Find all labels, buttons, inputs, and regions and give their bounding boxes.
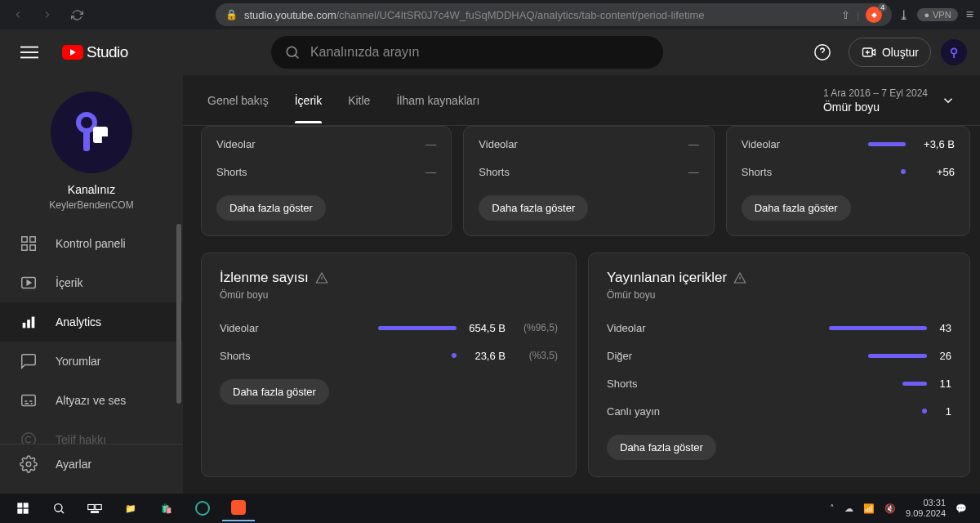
channel-block[interactable]: Kanalınız KeylerBendenCOM — [0, 75, 183, 224]
sidebar-label: İçerik — [56, 276, 82, 289]
sidebar-label: Altyazı ve ses — [56, 394, 126, 407]
back-button[interactable] — [7, 3, 29, 26]
date-range-text: 1 Ara 2016 – 7 Eyl 2024 — [823, 87, 928, 99]
account-avatar[interactable]: ⚲ — [941, 39, 967, 65]
taskbar-store[interactable]: 🛍️ — [150, 495, 183, 521]
sidebar-label: Telif hakkı — [56, 433, 106, 444]
analytics-tabs: Genel bakış İçerik Kitle İlham kaynaklar… — [207, 78, 479, 123]
sidebar-item-settings[interactable]: Ayarlar — [0, 445, 183, 484]
subtitles-icon — [20, 391, 38, 409]
published-card: Yayınlanan içerikler Ömür boyu Videolar4… — [588, 253, 970, 477]
metric-label: Shorts — [216, 166, 298, 178]
metric-label: Videolar — [220, 322, 301, 334]
gear-icon — [20, 455, 38, 473]
warning-icon — [733, 271, 746, 284]
svg-rect-12 — [27, 320, 30, 328]
tab-inspiration[interactable]: İlham kaynakları — [396, 78, 479, 123]
download-icon[interactable]: ⤓ — [898, 7, 909, 23]
search-input[interactable]: Kanalınızda arayın — [271, 36, 663, 69]
svg-rect-14 — [22, 396, 36, 406]
metric-value: 1 — [935, 405, 951, 418]
tray-wifi-icon[interactable]: 📶 — [863, 503, 875, 514]
sidebar-item-subtitles[interactable]: Altyazı ve ses — [0, 381, 183, 420]
svg-rect-18 — [24, 503, 29, 507]
sidebar-item-content[interactable]: İçerik — [0, 263, 183, 302]
svg-rect-23 — [96, 505, 102, 510]
start-button[interactable] — [7, 495, 39, 521]
search-icon — [284, 44, 301, 60]
summary-card-3: Videolar+3,6 B Shorts+56 Daha fazla göst… — [726, 126, 970, 236]
sidebar-item-analytics[interactable]: Analytics — [0, 302, 183, 342]
date-range-picker[interactable]: 1 Ara 2016 – 7 Eyl 2024 Ömür boyu — [823, 87, 956, 114]
analytics-icon — [20, 313, 38, 331]
metric-label: Videolar — [607, 322, 688, 334]
svg-rect-17 — [17, 503, 22, 507]
taskbar-brave[interactable] — [222, 495, 255, 521]
task-view[interactable] — [78, 495, 111, 521]
studio-logo[interactable]: Studio — [62, 43, 128, 61]
svg-rect-2 — [20, 57, 38, 59]
svg-rect-24 — [91, 512, 99, 513]
browser-chrome: 🔒 studio.youtube.com/channel/UC4ItSR0J7c… — [0, 0, 980, 29]
metric-value: — — [298, 166, 436, 178]
metric-value: — — [298, 138, 436, 150]
metric-bar — [378, 326, 457, 330]
tab-audience[interactable]: Kitle — [348, 78, 370, 123]
date-label-text: Ömür boyu — [823, 101, 928, 114]
tab-content[interactable]: İçerik — [295, 78, 322, 123]
metric-bar — [902, 382, 927, 386]
metric-dot — [922, 409, 927, 413]
channel-avatar — [51, 92, 132, 173]
help-button[interactable] — [806, 36, 839, 69]
reload-button[interactable] — [65, 3, 88, 26]
dashboard-icon — [20, 235, 38, 253]
address-bar[interactable]: 🔒 studio.youtube.com/channel/UC4ItSR0J7c… — [216, 3, 892, 26]
taskbar-search[interactable] — [42, 495, 75, 521]
metric-dot — [452, 353, 457, 358]
system-clock[interactable]: 03:31 9.09.2024 — [906, 498, 946, 519]
tray-chevron-icon[interactable]: ˄ — [830, 503, 835, 514]
tray-onedrive-icon[interactable]: ☁ — [844, 503, 853, 514]
content-area: Genel bakış İçerik Kitle İlham kaynaklar… — [183, 75, 980, 523]
sidebar-item-dashboard[interactable]: Kontrol paneli — [0, 224, 183, 263]
metric-label: Shorts — [479, 166, 560, 178]
hamburger-menu[interactable] — [13, 36, 46, 69]
metric-value: 26 — [935, 350, 951, 362]
create-button[interactable]: Oluştur — [849, 38, 931, 67]
show-more-button[interactable]: Daha fazla göster — [742, 195, 851, 221]
show-more-button[interactable]: Daha fazla göster — [479, 195, 588, 221]
svg-rect-20 — [24, 509, 29, 514]
sidebar-item-comments[interactable]: Yorumlar — [0, 342, 183, 381]
card-title: İzlenme sayısı — [220, 270, 309, 286]
search-placeholder: Kanalınızda arayın — [310, 45, 419, 60]
sidebar-scrollbar[interactable] — [176, 224, 181, 404]
taskbar-explorer[interactable]: 📁 — [114, 495, 147, 521]
clock-time: 03:31 — [906, 498, 946, 508]
clock-date: 9.09.2024 — [906, 508, 946, 519]
browser-menu-icon[interactable]: ≡ — [966, 7, 973, 22]
metric-percent: (%96,5) — [519, 322, 558, 333]
content-icon — [20, 274, 38, 292]
sidebar-label: Yorumlar — [56, 355, 101, 368]
sidebar-item-copyright[interactable]: Telif hakkı — [0, 420, 183, 444]
share-icon[interactable]: ⇧ — [841, 9, 850, 21]
tab-overview[interactable]: Genel bakış — [207, 78, 269, 123]
card-subtitle: Ömür boyu — [220, 289, 558, 301]
tray-notifications-icon[interactable]: 💬 — [956, 503, 967, 514]
svg-rect-22 — [88, 505, 95, 510]
app-header: Studio Kanalınızda arayın Oluştur ⚲ — [0, 29, 980, 75]
taskbar-app-green[interactable] — [186, 495, 219, 521]
svg-rect-7 — [30, 237, 35, 242]
tray-volume-icon[interactable]: 🔇 — [884, 503, 896, 514]
show-more-button[interactable]: Daha fazla göster — [216, 195, 326, 221]
warning-icon — [315, 271, 328, 284]
show-more-button[interactable]: Daha fazla göster — [607, 435, 716, 460]
brave-shield-icon[interactable]: ◆ — [866, 7, 882, 23]
metric-label: Videolar — [742, 138, 823, 150]
card-subtitle: Ömür boyu — [607, 289, 951, 301]
metric-label: Shorts — [742, 166, 823, 178]
show-more-button[interactable]: Daha fazla göster — [220, 379, 329, 405]
vpn-badge[interactable]: ● VPN — [917, 8, 957, 21]
forward-button[interactable] — [36, 3, 59, 26]
svg-rect-19 — [17, 509, 22, 514]
